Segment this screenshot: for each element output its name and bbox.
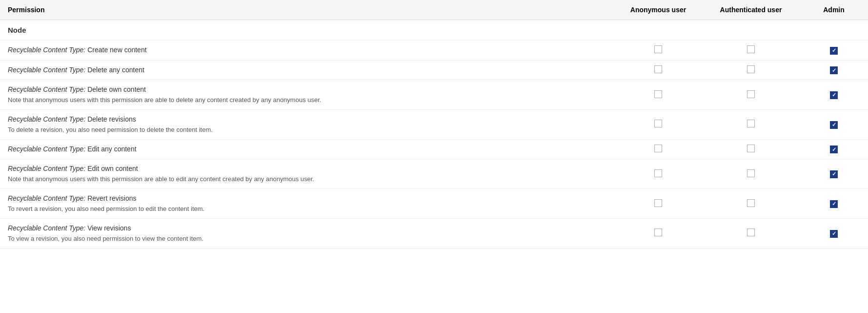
permission-description: To revert a revision, you also need perm…	[8, 205, 606, 213]
anon-checkbox[interactable]	[654, 65, 662, 73]
permission-main-line: Recyclable Content Type: Delete own cont…	[8, 85, 606, 95]
anon-checkbox[interactable]	[654, 90, 662, 98]
permission-label: Recyclable Content Type: Delete revision…	[8, 115, 606, 134]
admin-checkbox[interactable]	[830, 200, 838, 208]
permission-label: Recyclable Content Type: Edit any conten…	[8, 145, 606, 154]
auth-checkbox-cell[interactable]	[702, 189, 800, 219]
anon-checkbox[interactable]	[654, 169, 662, 177]
table-header: Permission Anonymous user Authenticated …	[0, 0, 868, 20]
permission-cell: Recyclable Content Type: Delete any cont…	[0, 60, 614, 80]
auth-checkbox[interactable]	[747, 145, 755, 152]
table-row: Recyclable Content Type: Delete any cont…	[0, 60, 868, 80]
anon-checkbox[interactable]	[654, 199, 662, 207]
auth-checkbox[interactable]	[747, 45, 755, 53]
auth-checkbox[interactable]	[747, 65, 755, 73]
table-row: Recyclable Content Type: Edit own conten…	[0, 159, 868, 189]
auth-checkbox-cell[interactable]	[702, 218, 800, 248]
anon-checkbox-cell[interactable]	[614, 109, 702, 139]
permission-label: Recyclable Content Type: View revisionsT…	[8, 224, 606, 243]
header-permission: Permission	[0, 0, 614, 20]
permission-label: Recyclable Content Type: Revert revision…	[8, 194, 606, 213]
permission-main-line: Recyclable Content Type: Create new cont…	[8, 45, 606, 55]
permission-type: Recyclable Content Type:	[8, 145, 85, 153]
permission-main-line: Recyclable Content Type: Delete revision…	[8, 115, 606, 125]
permission-type: Recyclable Content Type:	[8, 194, 85, 202]
anon-checkbox[interactable]	[654, 229, 662, 236]
admin-checkbox-cell[interactable]	[800, 60, 868, 80]
permission-action: View revisions	[85, 224, 131, 232]
permission-action: Revert revisions	[85, 194, 136, 202]
auth-checkbox[interactable]	[747, 90, 755, 98]
permission-main-line: Recyclable Content Type: Edit own conten…	[8, 164, 606, 174]
permission-description: To view a revision, you also need permis…	[8, 234, 606, 243]
auth-checkbox-cell[interactable]	[702, 41, 800, 61]
table-row: Recyclable Content Type: Delete own cont…	[0, 80, 868, 110]
permission-type: Recyclable Content Type:	[8, 165, 85, 172]
permission-action: Delete any content	[85, 66, 144, 74]
admin-checkbox-cell[interactable]	[800, 189, 868, 219]
admin-checkbox[interactable]	[830, 170, 838, 178]
permission-main-line: Recyclable Content Type: View revisions	[8, 224, 606, 233]
admin-checkbox[interactable]	[830, 91, 838, 99]
permission-action: Delete own content	[85, 85, 146, 93]
anon-checkbox-cell[interactable]	[614, 60, 702, 80]
permission-action: Edit any content	[85, 145, 136, 153]
table-row: Recyclable Content Type: Create new cont…	[0, 41, 868, 61]
permission-cell: Recyclable Content Type: Edit own conten…	[0, 159, 614, 189]
permission-cell: Recyclable Content Type: Delete own cont…	[0, 80, 614, 110]
auth-checkbox-cell[interactable]	[702, 139, 800, 159]
anon-checkbox-cell[interactable]	[614, 189, 702, 219]
permission-label: Recyclable Content Type: Create new cont…	[8, 45, 606, 55]
auth-checkbox[interactable]	[747, 120, 755, 127]
anon-checkbox-cell[interactable]	[614, 139, 702, 159]
admin-checkbox[interactable]	[830, 47, 838, 55]
auth-checkbox[interactable]	[747, 199, 755, 207]
table-row: Recyclable Content Type: Edit any conten…	[0, 139, 868, 159]
anon-checkbox[interactable]	[654, 145, 662, 152]
anon-checkbox-cell[interactable]	[614, 80, 702, 110]
permission-main-line: Recyclable Content Type: Revert revision…	[8, 194, 606, 204]
anon-checkbox-cell[interactable]	[614, 41, 702, 61]
anon-checkbox[interactable]	[654, 120, 662, 127]
admin-checkbox-cell[interactable]	[800, 159, 868, 189]
auth-checkbox[interactable]	[747, 169, 755, 177]
permission-type: Recyclable Content Type:	[8, 66, 85, 74]
admin-checkbox[interactable]	[830, 146, 838, 153]
section-node: Node	[0, 20, 868, 41]
header-admin: Admin	[800, 0, 868, 20]
permission-cell: Recyclable Content Type: Edit any conten…	[0, 139, 614, 159]
admin-checkbox[interactable]	[830, 121, 838, 129]
permission-description: To delete a revision, you also need perm…	[8, 125, 606, 134]
auth-checkbox-cell[interactable]	[702, 159, 800, 189]
anon-checkbox-cell[interactable]	[614, 218, 702, 248]
permission-action: Edit own content	[85, 165, 138, 172]
auth-checkbox-cell[interactable]	[702, 60, 800, 80]
header-auth: Authenticated user	[702, 0, 800, 20]
admin-checkbox-cell[interactable]	[800, 80, 868, 110]
permission-description: Note that anonymous users with this perm…	[8, 175, 606, 184]
auth-checkbox[interactable]	[747, 229, 755, 236]
auth-checkbox-cell[interactable]	[702, 109, 800, 139]
admin-checkbox-cell[interactable]	[800, 139, 868, 159]
permission-type: Recyclable Content Type:	[8, 85, 85, 93]
permission-type: Recyclable Content Type:	[8, 224, 85, 232]
admin-checkbox-cell[interactable]	[800, 218, 868, 248]
admin-checkbox-cell[interactable]	[800, 109, 868, 139]
section-title: Node	[0, 20, 868, 41]
anon-checkbox[interactable]	[654, 45, 662, 53]
permission-label: Recyclable Content Type: Edit own conten…	[8, 164, 606, 184]
permission-type: Recyclable Content Type:	[8, 46, 85, 54]
permissions-table: Permission Anonymous user Authenticated …	[0, 0, 868, 249]
table-row: Recyclable Content Type: Delete revision…	[0, 109, 868, 139]
permission-cell: Recyclable Content Type: Revert revision…	[0, 189, 614, 219]
admin-checkbox-cell[interactable]	[800, 41, 868, 61]
anon-checkbox-cell[interactable]	[614, 159, 702, 189]
admin-checkbox[interactable]	[830, 230, 838, 238]
header-anon: Anonymous user	[614, 0, 702, 20]
admin-checkbox[interactable]	[830, 66, 838, 74]
permission-cell: Recyclable Content Type: View revisionsT…	[0, 218, 614, 248]
permission-cell: Recyclable Content Type: Create new cont…	[0, 41, 614, 61]
auth-checkbox-cell[interactable]	[702, 80, 800, 110]
permission-label: Recyclable Content Type: Delete own cont…	[8, 85, 606, 104]
permission-main-line: Recyclable Content Type: Delete any cont…	[8, 65, 606, 75]
